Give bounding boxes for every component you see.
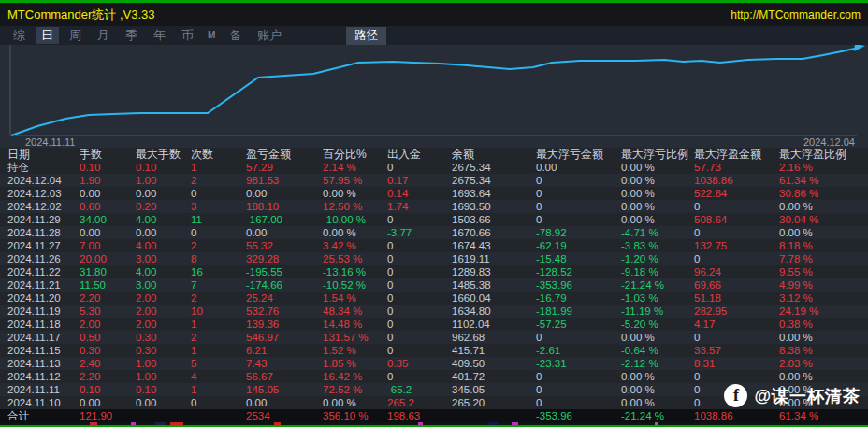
table-cell: 0: [191, 396, 246, 409]
tab-M[interactable]: M: [204, 27, 219, 44]
table-row[interactable]: 2024.11.182.002.001139.3614.48 %01102.04…: [0, 318, 868, 331]
table-cell: 7.00: [80, 239, 136, 252]
table-cell: 1: [191, 383, 246, 396]
table-row[interactable]: 2024.11.202.202.00225.241.54 %01660.04-1…: [0, 292, 868, 305]
table-cell: 0: [694, 252, 779, 265]
table-cell: 508.64: [694, 213, 779, 226]
table-cell: 2024.11.29: [7, 213, 80, 226]
table-cell: 25.53 %: [323, 252, 387, 265]
table-cell: 0: [387, 331, 452, 344]
table-cell: 0.17: [387, 174, 452, 187]
table-cell: 282.95: [694, 305, 779, 318]
table-cell: 0.00 %: [621, 200, 694, 213]
table-cell: 2024.11.28: [7, 226, 80, 239]
table-row[interactable]: 2024.12.030.000.0000.000.00 %0.141693.64…: [0, 187, 868, 200]
table-row[interactable]: 2024.11.277.004.00255.323.42 %01674.43-6…: [0, 239, 868, 252]
table-cell: 0: [387, 370, 452, 383]
table-cell: 5: [191, 357, 246, 370]
tab-币[interactable]: 币: [176, 27, 199, 44]
tab-年[interactable]: 年: [148, 27, 171, 44]
table-cell: 2024.11.27: [7, 239, 80, 252]
table-row[interactable]: 2024.11.2934.004.0011-167.00-10.00 %0150…: [0, 213, 868, 226]
table-cell: 1038.86: [694, 409, 779, 422]
table-cell: 2.20: [80, 292, 136, 305]
table-cell: 1634.80: [452, 305, 536, 318]
column-header: 最大浮亏金额: [536, 148, 621, 161]
table-cell: 0.00 %: [621, 161, 694, 174]
table-row[interactable]: 2024.11.2231.804.0016-195.55-13.16 %0128…: [0, 265, 868, 278]
equity-line: [11, 48, 859, 135]
table-cell: 0.00 %: [779, 226, 868, 239]
column-header: 次数: [191, 148, 246, 161]
table-cell: 2024.11.17: [7, 331, 80, 344]
table-cell: -11.19 %: [621, 305, 694, 318]
table-cell: 0: [387, 213, 452, 226]
table-row[interactable]: 2024.11.170.500.302546.97131.57 %0962.68…: [0, 331, 868, 344]
table-cell: -128.52: [536, 265, 621, 278]
table-cell: 4.00: [136, 265, 191, 278]
table-cell: -3.83 %: [621, 239, 694, 252]
table-cell: 34.00: [80, 213, 136, 226]
table-cell: 2.00: [80, 318, 136, 331]
table-cell: 31.80: [80, 265, 136, 278]
table-cell: -23.31: [536, 357, 621, 370]
app-title: MTCommander统计 ,V3.33: [7, 7, 155, 23]
table-cell: -21.24 %: [621, 409, 694, 422]
table-cell: -195.55: [246, 265, 323, 278]
table-row[interactable]: 2024.11.132.401.0057.431.85 %0.35409.50-…: [0, 357, 868, 370]
tab-季[interactable]: 季: [120, 27, 143, 44]
table-row[interactable]: 持仓0.100.10157.292.14 %02675.340.000.00 %…: [0, 161, 868, 174]
tab-综[interactable]: 综: [7, 27, 31, 44]
table-cell: 145.05: [246, 383, 323, 396]
table-row[interactable]: 2024.11.150.300.3016.211.52 %0415.71-2.6…: [0, 344, 868, 357]
watermark: f @谋一杯清茶: [724, 384, 861, 407]
table-cell: 2024.11.10: [7, 396, 80, 409]
table-cell: [191, 409, 246, 422]
table-cell: 51.18: [694, 292, 779, 305]
table-cell: 1: [191, 318, 246, 331]
table-cell: 1.00: [136, 357, 191, 370]
table-row[interactable]: 2024.11.122.201.00456.6716.42 %0401.7200…: [0, 370, 868, 383]
taskbar-fleck: [512, 422, 518, 425]
table-row[interactable]: 2024.11.280.000.0000.000.00 %-3.771670.6…: [0, 226, 868, 239]
table-cell: 7.78 %: [779, 252, 868, 265]
table-row[interactable]: 2024.11.195.302.0010532.7648.34 %01634.8…: [0, 305, 868, 318]
table-cell: 2675.34: [452, 174, 536, 187]
column-header: 盈亏金额: [246, 148, 323, 161]
table-cell: 1.90: [80, 174, 136, 187]
column-header: 最大浮盈比例: [779, 148, 868, 161]
tab-月[interactable]: 月: [92, 27, 115, 44]
table-cell: 20.00: [80, 252, 136, 265]
table-cell: 2675.34: [452, 161, 536, 174]
table-row[interactable]: 2024.11.2111.503.007-174.66-10.52 %01485…: [0, 278, 868, 292]
table-header-row: 日期手数最大手数次数盈亏金额百分比%出入金余额最大浮亏金额最大浮亏比例最大浮盈金…: [0, 148, 868, 161]
table-cell: -2.12 %: [621, 357, 694, 370]
tab-日[interactable]: 日: [36, 27, 59, 44]
column-header: 手数: [80, 148, 136, 161]
tab-周[interactable]: 周: [64, 27, 87, 44]
column-header: 日期: [7, 148, 80, 161]
path-button[interactable]: 路径: [346, 27, 386, 45]
tab-账户[interactable]: 账户: [252, 27, 287, 44]
total-row[interactable]: 合计121.902534356.10 %198.63-353.96-21.24 …: [0, 409, 868, 422]
table-row[interactable]: 2024.11.2620.003.008329.2825.53 %01619.1…: [0, 252, 868, 265]
table-cell: -167.00: [246, 213, 323, 226]
table-cell: 0: [694, 226, 779, 239]
table-row[interactable]: 2024.12.041.901.002981.5357.95 %0.172675…: [0, 174, 868, 187]
table-cell: 0.00 %: [621, 187, 694, 200]
table-cell: 2024.11.22: [7, 265, 80, 278]
table-cell: 0: [536, 331, 621, 344]
table-cell: 0.00 %: [621, 174, 694, 187]
table-cell: 0: [694, 331, 779, 344]
table-cell: 0: [536, 213, 621, 226]
table-cell: 2024.11.19: [7, 305, 80, 318]
table-cell: 1503.66: [452, 213, 536, 226]
table-cell: 0.00: [136, 396, 191, 409]
line-end-arrow-icon: [854, 45, 865, 51]
table-row[interactable]: 2024.12.020.600.203188.1012.50 %1.741693…: [0, 200, 868, 213]
table-cell: -5.20 %: [621, 318, 694, 331]
table-cell: 2.00: [136, 292, 191, 305]
website-link[interactable]: http://MTCommander.com: [731, 8, 861, 21]
table-cell: 0.00 %: [621, 396, 694, 409]
tab-备[interactable]: 备: [224, 27, 247, 44]
